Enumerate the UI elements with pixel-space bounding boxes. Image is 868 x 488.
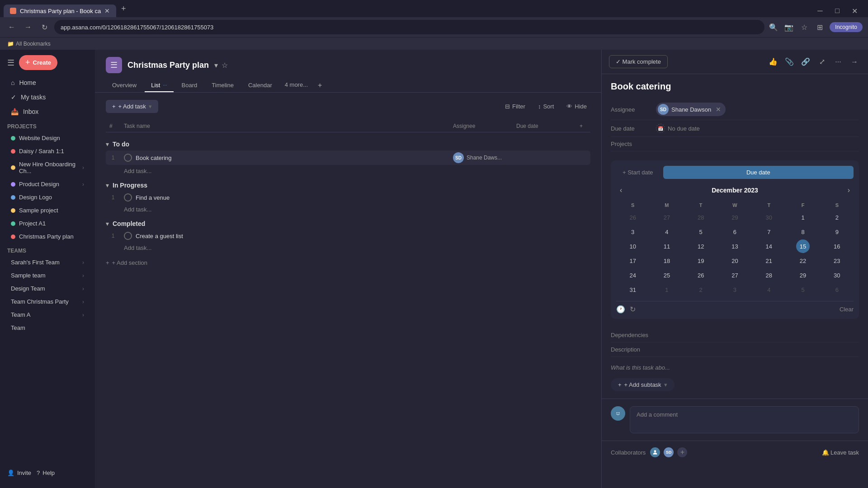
task-check-guest-list[interactable] — [124, 232, 132, 240]
filter-button[interactable]: ⊟ Filter — [501, 101, 529, 112]
cal-day-25[interactable]: 25 — [660, 268, 674, 282]
task-row-book-catering[interactable]: 1 Book catering SD Shane Daws... — [106, 150, 590, 165]
cal-day-17[interactable]: 17 — [626, 254, 640, 267]
cal-day-5jan[interactable]: 5 — [796, 283, 810, 296]
cal-day-6[interactable]: 6 — [728, 225, 741, 239]
back-button[interactable]: ← — [5, 21, 18, 33]
link-copy-icon[interactable]: 🔗 — [799, 56, 812, 68]
bookmark-star-icon[interactable]: ☆ — [799, 22, 810, 33]
cal-clock-icon[interactable]: 🕐 — [616, 305, 625, 314]
todo-collapse-icon[interactable]: ▾ — [106, 141, 109, 148]
bookmarks-all[interactable]: 📁 All Bookmarks — [7, 41, 51, 47]
external-link-icon[interactable]: ⤢ — [816, 56, 828, 68]
sidebar-item-my-tasks[interactable]: ✓ My tasks — [4, 90, 91, 104]
tab-calendar[interactable]: Calendar — [242, 79, 278, 92]
task-name-cell-guest-list[interactable]: Create a guest list — [120, 232, 449, 240]
cal-day-21[interactable]: 21 — [762, 254, 776, 267]
search-icon[interactable]: 🔍 — [768, 22, 779, 33]
add-subtask-button[interactable]: + + Add subtask ▾ — [611, 378, 675, 391]
cal-day-2jan[interactable]: 2 — [694, 283, 708, 296]
cal-clear-button[interactable]: Clear — [840, 306, 854, 313]
project-dropdown-icon[interactable]: ▾ — [214, 61, 218, 70]
project-star-icon[interactable]: ☆ — [222, 61, 228, 70]
cal-day-1jan[interactable]: 1 — [660, 283, 674, 296]
col-add[interactable]: + — [576, 123, 590, 129]
profile-icon[interactable]: ⊞ — [814, 22, 825, 33]
assignee-chip[interactable]: SD Shane Dawson ✕ — [656, 103, 726, 116]
cal-day-2[interactable]: 2 — [830, 211, 844, 224]
cal-day-9[interactable]: 9 — [830, 225, 844, 239]
add-task-inprogress[interactable]: Add task... — [106, 203, 590, 216]
cal-day-1[interactable]: 1 — [796, 211, 810, 224]
close-panel-icon[interactable]: → — [848, 56, 861, 68]
cal-day-16[interactable]: 16 — [830, 239, 844, 253]
tab-board[interactable]: Board — [175, 79, 204, 92]
close-button[interactable]: ✕ — [848, 5, 861, 17]
cal-day-27nov[interactable]: 27 — [660, 211, 674, 224]
new-tab-button[interactable]: + — [117, 2, 130, 15]
cal-day-12[interactable]: 12 — [694, 239, 708, 253]
cal-day-27[interactable]: 27 — [728, 268, 741, 282]
project-item-design-logo[interactable]: Design Logo — [4, 191, 91, 203]
section-inprogress-header[interactable]: ▾ In Progress — [106, 177, 590, 192]
create-button[interactable]: + Create — [19, 55, 57, 70]
project-item-project-a1[interactable]: Project A1 — [4, 217, 91, 230]
help-button[interactable]: ? Help — [37, 469, 55, 476]
cal-day-8[interactable]: 8 — [796, 225, 810, 239]
task-name-cell-find-venue[interactable]: Find a venue — [120, 193, 449, 202]
cal-day-11[interactable]: 11 — [660, 239, 674, 253]
completed-collapse-icon[interactable]: ▾ — [106, 220, 109, 227]
menu-icon[interactable]: ☰ — [7, 58, 14, 68]
cal-day-30[interactable]: 30 — [830, 268, 844, 282]
cal-day-13[interactable]: 13 — [728, 239, 741, 253]
cal-repeat-icon[interactable]: ↻ — [630, 305, 636, 314]
project-item-product-design[interactable]: Product Design › — [4, 178, 91, 190]
leave-task-button[interactable]: 🔔 Leave task — [822, 449, 859, 456]
project-item-christmas-party[interactable]: Christmas Party plan — [4, 230, 91, 243]
task-row-guest-list[interactable]: 1 Create a guest list — [106, 230, 590, 242]
hide-button[interactable]: 👁 Hide — [563, 101, 590, 112]
team-item-team[interactable]: Team — [4, 322, 91, 334]
add-task-completed[interactable]: Add task... — [106, 242, 590, 254]
assignee-field-value[interactable]: SD Shane Dawson ✕ — [656, 103, 726, 116]
collab-avatar-add[interactable]: + — [676, 446, 688, 458]
task-check-book-catering[interactable] — [124, 154, 132, 162]
cal-day-26[interactable]: 26 — [694, 268, 708, 282]
sidebar-item-inbox[interactable]: 📥 Inbox — [4, 105, 91, 118]
tab-overview[interactable]: Overview — [106, 79, 143, 92]
add-section-button[interactable]: + + Add section — [106, 254, 590, 272]
cal-day-3jan[interactable]: 3 — [728, 283, 741, 296]
attachment-icon[interactable]: 📎 — [783, 56, 796, 68]
reload-button[interactable]: ↻ — [38, 21, 51, 33]
team-item-sarahs-first-team[interactable]: Sarah's First Team › — [4, 256, 91, 268]
tab-timeline[interactable]: Timeline — [205, 79, 240, 92]
cal-day-18[interactable]: 18 — [660, 254, 674, 267]
cast-icon[interactable]: 📷 — [783, 22, 794, 33]
cal-day-3[interactable]: 3 — [626, 225, 640, 239]
cal-day-7[interactable]: 7 — [762, 225, 776, 239]
tab-more[interactable]: 4 more... — [280, 79, 312, 92]
cal-day-26nov[interactable]: 26 — [626, 211, 640, 224]
browser-tab-active[interactable]: Christmas Party plan - Book ca ✕ — [4, 5, 116, 17]
maximize-button[interactable]: □ — [831, 5, 844, 17]
cal-day-29[interactable]: 29 — [796, 268, 810, 282]
section-todo-header[interactable]: ▾ To do — [106, 136, 590, 150]
due-date-tab[interactable]: Due date — [663, 166, 854, 179]
cal-day-15-today[interactable]: 15 — [796, 239, 810, 253]
team-item-team-a[interactable]: Team A › — [4, 309, 91, 321]
project-item-daisy-sarah[interactable]: Daisy / Sarah 1:1 — [4, 145, 91, 157]
cal-day-24[interactable]: 24 — [626, 268, 640, 282]
inprogress-collapse-icon[interactable]: ▾ — [106, 182, 109, 189]
task-name-cell-book-catering[interactable]: Book catering — [120, 154, 449, 162]
task-row-find-venue[interactable]: 1 Find a venue — [106, 192, 590, 203]
thumbs-up-icon[interactable]: 👍 — [767, 56, 779, 68]
cal-next-button[interactable]: › — [844, 184, 854, 196]
tab-close-button[interactable]: ✕ — [104, 7, 110, 14]
cal-day-30nov[interactable]: 30 — [762, 211, 776, 224]
invite-button[interactable]: 👤 Invite — [7, 469, 31, 476]
cal-day-6jan[interactable]: 6 — [830, 283, 844, 296]
cal-day-4[interactable]: 4 — [660, 225, 674, 239]
add-task-todo[interactable]: Add task... — [106, 165, 590, 177]
cal-day-4jan[interactable]: 4 — [762, 283, 776, 296]
task-assignee-book-catering[interactable]: SD Shane Daws... — [449, 152, 513, 163]
